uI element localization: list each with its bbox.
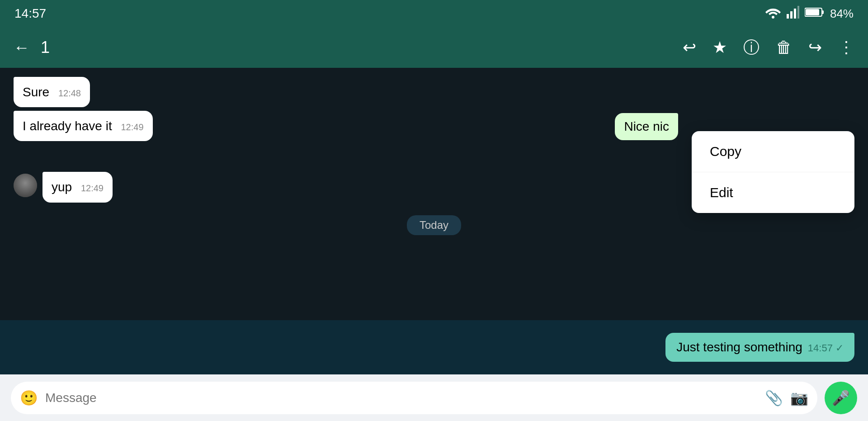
app-bar: ← 1 ↩ ★ ⓘ 🗑 ↪ ⋮: [0, 27, 868, 68]
message-text: I already have it: [23, 119, 112, 133]
sent-message-text: Just testing something: [676, 340, 802, 355]
message-bubble[interactable]: yup 12:49: [42, 172, 113, 202]
svg-rect-6: [822, 10, 824, 14]
avatar: [14, 174, 37, 197]
svg-rect-2: [790, 11, 793, 19]
emoji-button[interactable]: 🙂: [20, 389, 38, 407]
svg-rect-7: [806, 9, 819, 15]
message-input[interactable]: [45, 391, 758, 405]
edit-menu-item[interactable]: Edit: [692, 172, 854, 213]
message-text: yup: [52, 180, 72, 194]
star-icon[interactable]: ★: [712, 38, 727, 57]
message-bubble[interactable]: I already have it 12:49: [14, 111, 153, 141]
selection-counter: 1: [41, 38, 50, 57]
svg-rect-1: [787, 14, 789, 19]
message-bubble[interactable]: Sure 12:48: [14, 77, 90, 107]
reply-icon[interactable]: ↩: [683, 38, 696, 57]
message-time: 12:48: [58, 88, 81, 98]
checkmark-icon: ✓: [835, 342, 844, 354]
message-time: 12:49: [121, 122, 143, 132]
sent-message-bubble[interactable]: Just testing something 14:57 ✓: [665, 333, 854, 362]
camera-icon[interactable]: 📷: [790, 389, 808, 407]
status-icons: 84%: [765, 6, 854, 21]
copy-menu-item[interactable]: Copy: [692, 131, 854, 172]
message-input-wrapper: 🙂 📎 📷: [11, 382, 817, 414]
more-icon[interactable]: ⋮: [838, 38, 854, 57]
wifi-icon: [765, 6, 781, 21]
battery-percent: 84%: [830, 7, 854, 21]
status-bar: 14:57 84%: [0, 0, 868, 27]
message-text: Nice nic: [624, 119, 669, 133]
svg-point-0: [772, 16, 774, 19]
date-separator: Today: [14, 215, 854, 235]
battery-icon: [805, 7, 825, 20]
message-time: 12:49: [81, 183, 104, 193]
mic-button[interactable]: 🎤: [825, 382, 857, 414]
input-bar: 🙂 📎 📷 🎤: [0, 374, 868, 421]
date-badge: Today: [407, 215, 461, 235]
lower-chat: Just testing something 14:57 ✓: [0, 320, 868, 374]
chat-area: Sure 12:48 I already have it 12:49 Nice …: [0, 68, 868, 320]
info-icon[interactable]: ⓘ: [743, 37, 760, 59]
delete-icon[interactable]: 🗑: [776, 38, 792, 57]
message-bubble-partial[interactable]: Nice nic: [615, 113, 678, 140]
status-time: 14:57: [14, 6, 46, 21]
mic-icon: 🎤: [832, 389, 850, 407]
forward-icon[interactable]: ↪: [808, 38, 822, 57]
message-text: Sure: [23, 85, 49, 99]
sent-message-time: 14:57 ✓: [808, 342, 844, 354]
back-button[interactable]: ←: [14, 38, 30, 57]
svg-rect-3: [794, 9, 796, 19]
context-menu: Copy Edit: [692, 131, 854, 213]
attach-icon[interactable]: 📎: [765, 389, 783, 407]
signal-icon: [787, 6, 799, 21]
svg-rect-4: [797, 6, 799, 19]
message-row: Sure 12:48: [14, 77, 854, 107]
